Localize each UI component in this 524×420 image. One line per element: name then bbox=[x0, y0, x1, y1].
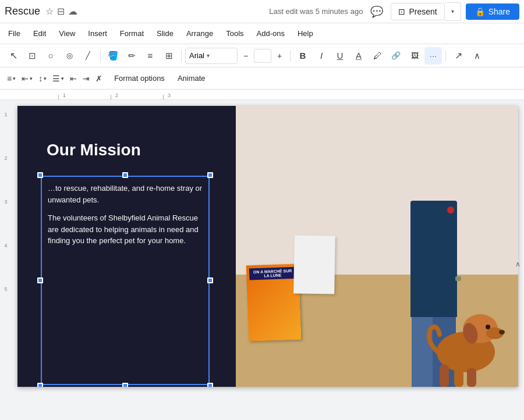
italic-button[interactable]: I bbox=[313, 47, 330, 65]
slide-area: 1 2 3 4 5 Our Mission bbox=[0, 100, 524, 420]
slide-title: Our Mission bbox=[47, 141, 141, 159]
dog-svg bbox=[419, 270, 512, 387]
more-options-button[interactable]: ··· bbox=[424, 47, 442, 65]
select-box-button[interactable]: ⊡ bbox=[23, 47, 41, 65]
collapse-toolbar-button[interactable]: ∧ bbox=[468, 47, 486, 65]
line-button[interactable]: ╱ bbox=[79, 47, 97, 65]
present-controls: ⊡ Present ▾ bbox=[391, 2, 461, 21]
decrease-font-size-button[interactable]: − bbox=[239, 49, 253, 63]
present-icon: ⊡ bbox=[398, 7, 405, 16]
margin-num-5: 5 bbox=[4, 286, 7, 292]
star-icon[interactable]: ☆ bbox=[45, 6, 54, 17]
insert-image-button[interactable]: 🖼 bbox=[406, 47, 423, 65]
slide-canvas[interactable]: Our Mission …to rescue, rehabilitate, an… bbox=[12, 100, 524, 420]
shape-button[interactable]: ○ bbox=[42, 47, 59, 65]
ruler-mark-2: 2 bbox=[115, 92, 118, 98]
menu-item-format[interactable]: Format bbox=[114, 27, 150, 40]
ruler-mark-3: 3 bbox=[168, 92, 171, 98]
svg-rect-7 bbox=[467, 368, 476, 387]
comment-button[interactable]: 💬 bbox=[367, 2, 386, 21]
dog-figure bbox=[419, 270, 512, 387]
indent-first-line-button[interactable]: ⇤ ▾ bbox=[19, 70, 35, 87]
share-button[interactable]: 🔒 Share bbox=[466, 3, 519, 20]
menu-item-addons[interactable]: Add-ons bbox=[251, 27, 291, 40]
cursor-icon: ↖ bbox=[10, 50, 17, 61]
crop-icon: ◎ bbox=[66, 51, 73, 60]
highlight-icon: 🖊 bbox=[373, 51, 382, 60]
scroll-up-button[interactable]: ∧ bbox=[515, 260, 521, 268]
ruler-tick-1 bbox=[58, 95, 59, 99]
handle-middle-right[interactable] bbox=[207, 277, 213, 283]
menu-item-insert[interactable]: Insert bbox=[82, 27, 113, 40]
shape-icon: ○ bbox=[48, 51, 53, 60]
font-name: Arial bbox=[189, 51, 204, 60]
background-color-button[interactable]: 🪣 bbox=[104, 47, 122, 65]
text-color-button[interactable]: A bbox=[350, 47, 367, 65]
line-icon: ╱ bbox=[86, 51, 90, 60]
menu-item-view[interactable]: View bbox=[53, 27, 81, 40]
handle-middle-left[interactable] bbox=[37, 277, 43, 283]
title-bar: Rescue ☆ ⊟ ☁ Last edit was 5 minutes ago… bbox=[0, 0, 524, 23]
format-options-button[interactable]: Format options bbox=[108, 72, 171, 85]
increase-indent-icon: ⇥ bbox=[83, 74, 90, 83]
menu-item-file[interactable]: File bbox=[2, 27, 26, 40]
highlight-button[interactable]: 🖊 bbox=[369, 47, 386, 65]
decrease-indent-icon: ⇤ bbox=[70, 74, 77, 83]
separator-3 bbox=[290, 50, 291, 62]
present-dropdown-button[interactable]: ▾ bbox=[445, 2, 461, 21]
text-box[interactable]: …to rescue, rehabilitate, and re-home st… bbox=[41, 176, 210, 385]
present-label: Present bbox=[409, 7, 437, 16]
present-button[interactable]: ⊡ Present bbox=[391, 3, 444, 20]
columns-button[interactable]: ⊞ bbox=[160, 47, 178, 65]
handle-top-middle[interactable] bbox=[122, 172, 128, 178]
underline-button[interactable]: U bbox=[331, 47, 349, 65]
crop-button[interactable]: ◎ bbox=[61, 47, 78, 65]
white-poster bbox=[293, 235, 335, 294]
increase-font-size-button[interactable]: + bbox=[272, 49, 286, 63]
slide[interactable]: Our Mission …to rescue, rehabilitate, an… bbox=[17, 106, 518, 387]
clear-formatting-button[interactable]: ✗ bbox=[93, 70, 105, 87]
handle-bottom-middle[interactable] bbox=[122, 383, 128, 387]
indent-dropdown-arrow: ▾ bbox=[30, 76, 33, 81]
decrease-indent-button[interactable]: ⇤ bbox=[68, 70, 79, 87]
increase-indent-button[interactable]: ⇥ bbox=[80, 70, 92, 87]
svg-point-5 bbox=[486, 325, 490, 329]
text-box-container[interactable]: …to rescue, rehabilitate, and re-home st… bbox=[41, 176, 210, 385]
folder-icon[interactable]: ⊟ bbox=[57, 6, 65, 17]
ruler: 1 2 3 bbox=[0, 90, 524, 100]
handle-bottom-right[interactable] bbox=[207, 383, 213, 387]
line-spacing-arrow: ▾ bbox=[44, 76, 47, 81]
more-icon: ··· bbox=[430, 51, 437, 60]
line-spacing-button[interactable]: ↕ ▾ bbox=[36, 70, 49, 87]
handle-top-left[interactable] bbox=[37, 172, 43, 178]
last-edit-text: Last edit was 5 minutes ago bbox=[269, 7, 363, 16]
animate-button[interactable]: Animate bbox=[172, 72, 211, 85]
bold-button[interactable]: B bbox=[294, 47, 311, 65]
comment-icon: 💬 bbox=[370, 5, 383, 18]
font-dropdown-icon: ▾ bbox=[207, 52, 210, 59]
handle-top-right[interactable] bbox=[207, 172, 213, 178]
cursor-tool-button[interactable]: ↗ bbox=[449, 47, 467, 65]
pencil-button[interactable]: ✏ bbox=[123, 47, 140, 65]
select-tool-button[interactable]: ↖ bbox=[5, 47, 22, 65]
clear-format-icon: ✗ bbox=[95, 74, 102, 83]
paragraph-align-button[interactable]: ≡ bbox=[141, 47, 159, 65]
font-size-controls: − 12 + bbox=[239, 49, 286, 63]
cloud-icon[interactable]: ☁ bbox=[68, 6, 77, 17]
handle-bottom-left[interactable] bbox=[37, 383, 43, 387]
separator-2 bbox=[181, 50, 182, 62]
menu-item-slide[interactable]: Slide bbox=[151, 27, 179, 40]
font-selector[interactable]: Arial ▾ bbox=[185, 48, 238, 64]
columns-icon: ⊞ bbox=[165, 51, 173, 61]
menu-item-arrange[interactable]: Arrange bbox=[180, 27, 219, 40]
bullets-button[interactable]: ☰ ▾ bbox=[50, 70, 66, 87]
app-title: Rescue bbox=[5, 5, 40, 17]
font-size-input[interactable]: 12 bbox=[254, 49, 271, 63]
italic-icon: I bbox=[320, 51, 323, 60]
text-align-button[interactable]: ≡ ▾ bbox=[5, 70, 18, 87]
menu-item-help[interactable]: Help bbox=[292, 27, 319, 40]
menu-item-edit[interactable]: Edit bbox=[27, 27, 52, 40]
link-button[interactable]: 🔗 bbox=[387, 47, 405, 65]
separator-4 bbox=[445, 50, 446, 62]
menu-item-tools[interactable]: Tools bbox=[220, 27, 249, 40]
